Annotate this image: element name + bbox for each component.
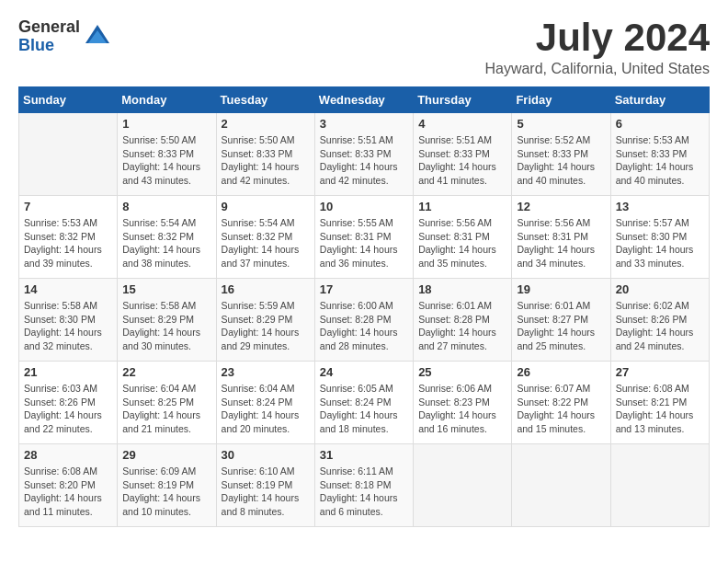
calendar-day-cell: 16Sunrise: 5:59 AMSunset: 8:29 PMDayligh…	[216, 279, 314, 362]
calendar-day-cell: 15Sunrise: 5:58 AMSunset: 8:29 PMDayligh…	[118, 279, 216, 362]
day-number: 24	[320, 365, 408, 379]
day-number: 13	[616, 200, 704, 213]
day-number: 6	[616, 117, 704, 131]
day-info: Sunrise: 5:53 AMSunset: 8:32 PMDaylight:…	[24, 216, 112, 270]
calendar-day-cell: 24Sunrise: 6:05 AMSunset: 8:24 PMDayligh…	[314, 362, 413, 444]
calendar-day-cell: 4Sunrise: 5:51 AMSunset: 8:33 PMDaylight…	[414, 113, 512, 196]
calendar-day-cell	[19, 113, 118, 196]
month-title: July 2024	[484, 18, 710, 57]
day-number: 8	[122, 200, 210, 213]
day-number: 4	[418, 117, 506, 131]
day-number: 18	[418, 282, 506, 296]
day-number: 12	[517, 200, 605, 213]
day-info: Sunrise: 5:51 AMSunset: 8:33 PMDaylight:…	[320, 133, 408, 188]
day-number: 1	[122, 117, 210, 131]
calendar-header: SundayMondayTuesdayWednesdayThursdayFrid…	[19, 87, 710, 113]
day-number: 27	[616, 365, 704, 379]
calendar-day-cell: 22Sunrise: 6:04 AMSunset: 8:25 PMDayligh…	[118, 362, 216, 444]
header-day: Saturday	[610, 87, 709, 113]
calendar-day-cell: 12Sunrise: 5:56 AMSunset: 8:31 PMDayligh…	[512, 196, 610, 279]
calendar-week-row: 7Sunrise: 5:53 AMSunset: 8:32 PMDaylight…	[19, 196, 710, 279]
calendar-day-cell	[610, 444, 709, 527]
calendar-day-cell: 17Sunrise: 6:00 AMSunset: 8:28 PMDayligh…	[314, 279, 413, 362]
day-number: 30	[222, 448, 310, 462]
header-day: Tuesday	[216, 87, 314, 113]
day-number: 5	[517, 117, 605, 131]
calendar-day-cell: 19Sunrise: 6:01 AMSunset: 8:27 PMDayligh…	[512, 279, 610, 362]
logo-general: General	[18, 18, 80, 37]
page-header: General Blue July 2024 Hayward, Californ…	[18, 18, 710, 77]
day-info: Sunrise: 5:53 AMSunset: 8:33 PMDaylight:…	[616, 133, 704, 188]
header-day: Thursday	[414, 87, 512, 113]
day-info: Sunrise: 6:01 AMSunset: 8:28 PMDaylight:…	[418, 299, 506, 353]
day-info: Sunrise: 5:55 AMSunset: 8:31 PMDaylight:…	[320, 216, 408, 270]
day-info: Sunrise: 5:56 AMSunset: 8:31 PMDaylight:…	[517, 216, 605, 270]
calendar-day-cell: 7Sunrise: 5:53 AMSunset: 8:32 PMDaylight…	[19, 196, 118, 279]
day-number: 3	[320, 117, 408, 131]
day-info: Sunrise: 6:04 AMSunset: 8:25 PMDaylight:…	[122, 382, 210, 436]
day-info: Sunrise: 6:04 AMSunset: 8:24 PMDaylight:…	[222, 382, 310, 436]
calendar-day-cell: 9Sunrise: 5:54 AMSunset: 8:32 PMDaylight…	[216, 196, 314, 279]
day-info: Sunrise: 5:51 AMSunset: 8:33 PMDaylight:…	[418, 133, 506, 188]
calendar-day-cell: 8Sunrise: 5:54 AMSunset: 8:32 PMDaylight…	[118, 196, 216, 279]
day-info: Sunrise: 6:11 AMSunset: 8:18 PMDaylight:…	[320, 465, 408, 519]
calendar-day-cell: 5Sunrise: 5:52 AMSunset: 8:33 PMDaylight…	[512, 113, 610, 196]
day-info: Sunrise: 6:08 AMSunset: 8:21 PMDaylight:…	[616, 382, 704, 436]
calendar-day-cell: 18Sunrise: 6:01 AMSunset: 8:28 PMDayligh…	[414, 279, 512, 362]
calendar-day-cell: 30Sunrise: 6:10 AMSunset: 8:19 PMDayligh…	[216, 444, 314, 527]
day-info: Sunrise: 6:01 AMSunset: 8:27 PMDaylight:…	[517, 299, 605, 353]
calendar-week-row: 28Sunrise: 6:08 AMSunset: 8:20 PMDayligh…	[19, 444, 710, 527]
calendar-week-row: 14Sunrise: 5:58 AMSunset: 8:30 PMDayligh…	[19, 279, 710, 362]
day-number: 16	[222, 282, 310, 296]
logo-blue: Blue	[18, 37, 80, 55]
calendar-day-cell: 23Sunrise: 6:04 AMSunset: 8:24 PMDayligh…	[216, 362, 314, 444]
day-info: Sunrise: 5:58 AMSunset: 8:29 PMDaylight:…	[122, 299, 210, 353]
day-number: 29	[122, 448, 210, 462]
day-info: Sunrise: 5:50 AMSunset: 8:33 PMDaylight:…	[222, 133, 310, 188]
day-number: 15	[122, 282, 210, 296]
day-info: Sunrise: 6:07 AMSunset: 8:22 PMDaylight:…	[517, 382, 605, 436]
day-number: 14	[24, 282, 112, 296]
calendar-day-cell: 11Sunrise: 5:56 AMSunset: 8:31 PMDayligh…	[414, 196, 512, 279]
calendar-day-cell: 6Sunrise: 5:53 AMSunset: 8:33 PMDaylight…	[610, 113, 709, 196]
day-info: Sunrise: 5:54 AMSunset: 8:32 PMDaylight:…	[222, 216, 310, 270]
day-info: Sunrise: 5:57 AMSunset: 8:30 PMDaylight:…	[616, 216, 704, 270]
calendar-day-cell: 14Sunrise: 5:58 AMSunset: 8:30 PMDayligh…	[19, 279, 118, 362]
calendar-body: 1Sunrise: 5:50 AMSunset: 8:33 PMDaylight…	[19, 113, 710, 527]
day-info: Sunrise: 6:08 AMSunset: 8:20 PMDaylight:…	[24, 465, 112, 519]
day-number: 10	[320, 200, 408, 213]
header-row: SundayMondayTuesdayWednesdayThursdayFrid…	[19, 87, 710, 113]
day-info: Sunrise: 6:00 AMSunset: 8:28 PMDaylight:…	[320, 299, 408, 353]
logo-icon	[84, 23, 111, 51]
calendar-week-row: 1Sunrise: 5:50 AMSunset: 8:33 PMDaylight…	[19, 113, 710, 196]
day-number: 31	[320, 448, 408, 462]
day-number: 28	[24, 448, 112, 462]
header-day: Wednesday	[314, 87, 413, 113]
calendar-day-cell: 28Sunrise: 6:08 AMSunset: 8:20 PMDayligh…	[19, 444, 118, 527]
day-info: Sunrise: 6:06 AMSunset: 8:23 PMDaylight:…	[418, 382, 506, 436]
logo: General Blue	[18, 18, 111, 55]
day-number: 2	[222, 117, 310, 131]
day-info: Sunrise: 6:03 AMSunset: 8:26 PMDaylight:…	[24, 382, 112, 436]
calendar-day-cell: 3Sunrise: 5:51 AMSunset: 8:33 PMDaylight…	[314, 113, 413, 196]
calendar-day-cell: 20Sunrise: 6:02 AMSunset: 8:26 PMDayligh…	[610, 279, 709, 362]
day-number: 9	[222, 200, 310, 213]
day-number: 11	[418, 200, 506, 213]
day-number: 20	[616, 282, 704, 296]
day-info: Sunrise: 5:58 AMSunset: 8:30 PMDaylight:…	[24, 299, 112, 353]
day-info: Sunrise: 5:54 AMSunset: 8:32 PMDaylight:…	[122, 216, 210, 270]
day-info: Sunrise: 5:52 AMSunset: 8:33 PMDaylight:…	[517, 133, 605, 188]
calendar-day-cell	[414, 444, 512, 527]
day-number: 25	[418, 365, 506, 379]
header-day: Friday	[512, 87, 610, 113]
day-number: 17	[320, 282, 408, 296]
calendar-day-cell: 21Sunrise: 6:03 AMSunset: 8:26 PMDayligh…	[19, 362, 118, 444]
calendar-day-cell: 13Sunrise: 5:57 AMSunset: 8:30 PMDayligh…	[610, 196, 709, 279]
day-info: Sunrise: 6:05 AMSunset: 8:24 PMDaylight:…	[320, 382, 408, 436]
calendar-day-cell: 1Sunrise: 5:50 AMSunset: 8:33 PMDaylight…	[118, 113, 216, 196]
header-day: Monday	[118, 87, 216, 113]
calendar-day-cell: 10Sunrise: 5:55 AMSunset: 8:31 PMDayligh…	[314, 196, 413, 279]
day-info: Sunrise: 6:02 AMSunset: 8:26 PMDaylight:…	[616, 299, 704, 353]
day-info: Sunrise: 5:56 AMSunset: 8:31 PMDaylight:…	[418, 216, 506, 270]
header-day: Sunday	[19, 87, 118, 113]
